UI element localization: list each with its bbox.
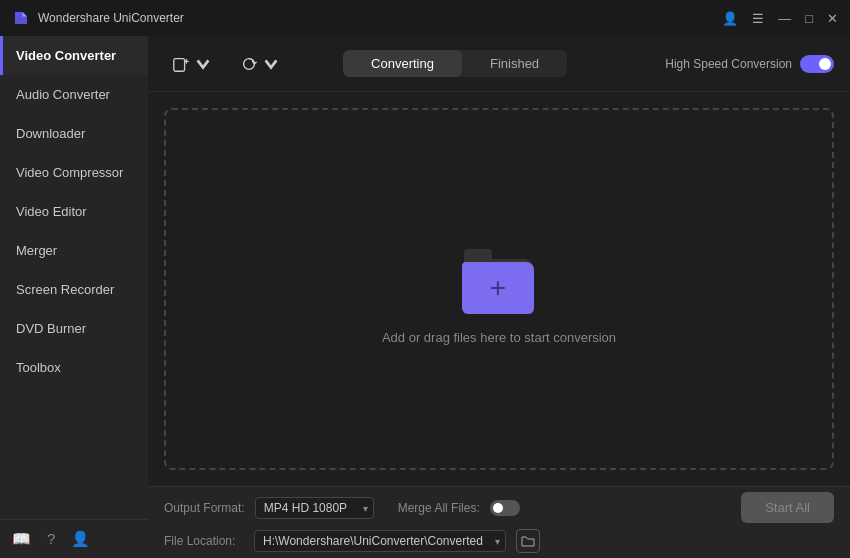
app-logo-icon (12, 9, 30, 27)
merge-toggle[interactable] (490, 500, 520, 516)
tab-group: Converting Finished (343, 50, 567, 77)
sidebar-item-video-compressor[interactable]: Video Compressor (0, 153, 148, 192)
chevron-down-icon2 (262, 55, 280, 73)
sidebar-item-audio-converter[interactable]: Audio Converter (0, 75, 148, 114)
output-format-select-wrap: MP4 HD 1080P MP4 HD 720P MP4 4K MOV HD 1… (255, 497, 374, 519)
menu-icon[interactable]: ☰ (752, 12, 764, 25)
svg-marker-1 (15, 12, 23, 17)
tab-converting[interactable]: Converting (343, 50, 462, 77)
account-icon[interactable]: 👤 (722, 12, 738, 25)
maximize-icon[interactable]: □ (805, 12, 813, 25)
browse-folder-button[interactable] (516, 529, 540, 553)
output-format-label: Output Format: (164, 501, 245, 515)
close-icon[interactable]: ✕ (827, 12, 838, 25)
plus-icon: + (490, 274, 506, 302)
folder-icon: + (454, 234, 544, 314)
file-location-label: File Location: (164, 534, 244, 548)
footer: Output Format: MP4 HD 1080P MP4 HD 720P … (148, 486, 850, 558)
output-format-select[interactable]: MP4 HD 1080P MP4 HD 720P MP4 4K MOV HD 1… (255, 497, 374, 519)
drop-area[interactable]: + Add or drag files here to start conver… (164, 108, 834, 470)
file-location-select-wrap: H:\Wondershare\UniConverter\Converted (254, 530, 506, 552)
drop-text: Add or drag files here to start conversi… (382, 330, 616, 345)
title-bar: Wondershare UniConverter 👤 ☰ — □ ✕ (0, 0, 850, 36)
folder-open-icon (521, 534, 535, 548)
chevron-down-icon (194, 55, 212, 73)
sidebar-item-video-converter[interactable]: Video Converter (0, 36, 148, 75)
sidebar-item-downloader[interactable]: Downloader (0, 114, 148, 153)
app-body: Video Converter Audio Converter Download… (0, 36, 850, 558)
folder-front: + (462, 262, 534, 314)
file-location-select[interactable]: H:\Wondershare\UniConverter\Converted (254, 530, 506, 552)
sidebar-item-screen-recorder[interactable]: Screen Recorder (0, 270, 148, 309)
sidebar-item-video-editor[interactable]: Video Editor (0, 192, 148, 231)
title-bar-left: Wondershare UniConverter (12, 9, 184, 27)
svg-marker-2 (23, 12, 28, 17)
footer-row-format: Output Format: MP4 HD 1080P MP4 HD 720P … (164, 492, 834, 523)
start-all-button[interactable]: Start All (741, 492, 834, 523)
tab-finished[interactable]: Finished (462, 50, 567, 77)
sidebar-item-toolbox[interactable]: Toolbox (0, 348, 148, 387)
sidebar-item-dvd-burner[interactable]: DVD Burner (0, 309, 148, 348)
sidebar: Video Converter Audio Converter Download… (0, 36, 148, 558)
high-speed-section: High Speed Conversion (665, 55, 834, 73)
app-title: Wondershare UniConverter (38, 11, 184, 25)
high-speed-label: High Speed Conversion (665, 57, 792, 71)
minimize-icon[interactable]: — (778, 12, 791, 25)
svg-rect-3 (174, 58, 185, 71)
window-controls: 👤 ☰ — □ ✕ (722, 12, 838, 25)
sidebar-bottom: 📖 ? 👤 (0, 519, 148, 558)
content-area: Converting Finished High Speed Conversio… (148, 36, 850, 558)
add-files-button[interactable] (164, 51, 220, 77)
sidebar-item-merger[interactable]: Merger (0, 231, 148, 270)
rotate-icon (240, 55, 258, 73)
user-icon[interactable]: 👤 (71, 530, 90, 548)
footer-row-location: File Location: H:\Wondershare\UniConvert… (164, 529, 834, 553)
high-speed-toggle[interactable] (800, 55, 834, 73)
add-files-icon (172, 55, 190, 73)
merge-all-label: Merge All Files: (398, 501, 480, 515)
help-icon[interactable]: ? (47, 530, 55, 548)
book-icon[interactable]: 📖 (12, 530, 31, 548)
settings-button[interactable] (232, 51, 288, 77)
toolbar: Converting Finished High Speed Conversio… (148, 36, 850, 92)
